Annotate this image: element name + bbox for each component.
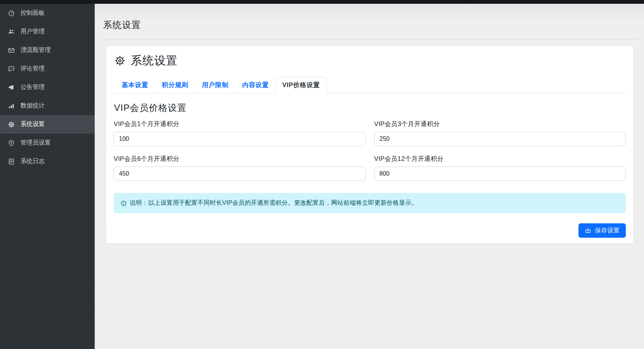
sidebar-item-label: 管理员设置 bbox=[20, 139, 51, 147]
tab-user-limits[interactable]: 用户限制 bbox=[195, 77, 235, 93]
tab-points-rules[interactable]: 积分规则 bbox=[155, 77, 195, 93]
sidebar-item-comments[interactable]: 评论管理 bbox=[0, 59, 95, 78]
sidebar-item-settings[interactable]: 系统设置 bbox=[0, 115, 95, 134]
tab-basic-settings[interactable]: 基本设置 bbox=[115, 77, 155, 93]
field-vip-6month: VIP会员6个月开通积分 bbox=[114, 155, 366, 181]
bar-chart-icon bbox=[8, 102, 15, 110]
sidebar-item-label: 数据统计 bbox=[20, 102, 45, 110]
top-bar bbox=[0, 0, 644, 4]
sidebar-item-label: 系统日志 bbox=[20, 157, 45, 165]
card-heading: 系统设置 bbox=[114, 51, 626, 69]
info-circle-icon bbox=[120, 200, 127, 207]
tab-vip-price-settings[interactable]: VIP价格设置 bbox=[275, 77, 327, 93]
sidebar-item-users[interactable]: 用户管理 bbox=[0, 22, 95, 41]
journal-icon bbox=[8, 158, 15, 165]
sidebar: 控制面板 用户管理 漂流瓶管理 bbox=[0, 4, 95, 349]
sidebar-item-dashboard[interactable]: 控制面板 bbox=[0, 4, 95, 22]
sidebar-item-label: 用户管理 bbox=[20, 28, 45, 36]
main-area: 系统设置 系统设置 基本设置 积分规则 用户限制 内容设置 VIP价格设置 bbox=[95, 4, 644, 349]
shield-icon bbox=[8, 139, 15, 147]
sidebar-item-label: 公告管理 bbox=[20, 83, 45, 91]
field-vip-3month: VIP会员3个月开通积分 bbox=[374, 120, 626, 146]
header-divider bbox=[103, 39, 638, 40]
section-title: VIP会员价格设置 bbox=[114, 102, 626, 114]
page-title: 系统设置 bbox=[103, 19, 638, 31]
sidebar-item-stats[interactable]: 数据统计 bbox=[0, 97, 95, 115]
vip-1month-label: VIP会员1个月开通积分 bbox=[114, 120, 366, 128]
vip-12month-input[interactable] bbox=[374, 167, 626, 181]
info-alert: 说明：以上设置用于配置不同时长VIP会员的开通所需积分。更改配置后，网站前端将立… bbox=[114, 193, 626, 213]
speedometer-icon bbox=[8, 9, 15, 17]
sidebar-item-label: 评论管理 bbox=[20, 65, 45, 73]
tab-content-settings[interactable]: 内容设置 bbox=[235, 77, 275, 93]
vip-12month-label: VIP会员12个月开通积分 bbox=[374, 155, 626, 163]
vip-6month-input[interactable] bbox=[114, 167, 366, 181]
sidebar-item-label: 漂流瓶管理 bbox=[20, 46, 51, 54]
gear-icon bbox=[8, 121, 15, 128]
vip-1month-input[interactable] bbox=[114, 132, 366, 146]
save-settings-label: 保存设置 bbox=[595, 227, 620, 235]
field-vip-1month: VIP会员1个月开通积分 bbox=[114, 120, 366, 146]
info-alert-text: 说明：以上设置用于配置不同时长VIP会员的开通所需积分。更改配置后，网站前端将立… bbox=[130, 199, 417, 207]
sidebar-item-label: 控制面板 bbox=[20, 9, 45, 17]
vip-3month-input[interactable] bbox=[374, 132, 626, 146]
vip-price-form: VIP会员1个月开通积分 VIP会员3个月开通积分 VIP会员6个月开通积分 V… bbox=[114, 120, 626, 181]
sidebar-item-logs[interactable]: 系统日志 bbox=[0, 152, 95, 171]
field-vip-12month: VIP会员12个月开通积分 bbox=[374, 155, 626, 181]
sidebar-item-announcements[interactable]: 公告管理 bbox=[0, 78, 95, 97]
users-icon bbox=[8, 28, 15, 36]
page-header: 系统设置 bbox=[95, 4, 644, 40]
save-icon bbox=[585, 227, 591, 234]
comment-icon bbox=[8, 65, 15, 73]
app-layout: 控制面板 用户管理 漂流瓶管理 bbox=[0, 4, 644, 349]
settings-tabs: 基本设置 积分规则 用户限制 内容设置 VIP价格设置 bbox=[114, 77, 626, 93]
card-actions: 保存设置 bbox=[114, 223, 626, 238]
vip-6month-label: VIP会员6个月开通积分 bbox=[114, 155, 366, 163]
settings-card: 系统设置 基本设置 积分规则 用户限制 内容设置 VIP价格设置 VIP会员价格… bbox=[106, 46, 633, 243]
save-settings-button[interactable]: 保存设置 bbox=[578, 223, 626, 238]
vip-3month-label: VIP会员3个月开通积分 bbox=[374, 120, 626, 128]
sidebar-item-bottles[interactable]: 漂流瓶管理 bbox=[0, 41, 95, 59]
sidebar-item-admin[interactable]: 管理员设置 bbox=[0, 134, 95, 152]
gear-icon bbox=[114, 55, 126, 67]
card-heading-text: 系统设置 bbox=[131, 53, 178, 69]
sidebar-item-label: 系统设置 bbox=[20, 120, 45, 128]
envelope-icon bbox=[8, 47, 15, 54]
megaphone-icon bbox=[8, 84, 15, 91]
